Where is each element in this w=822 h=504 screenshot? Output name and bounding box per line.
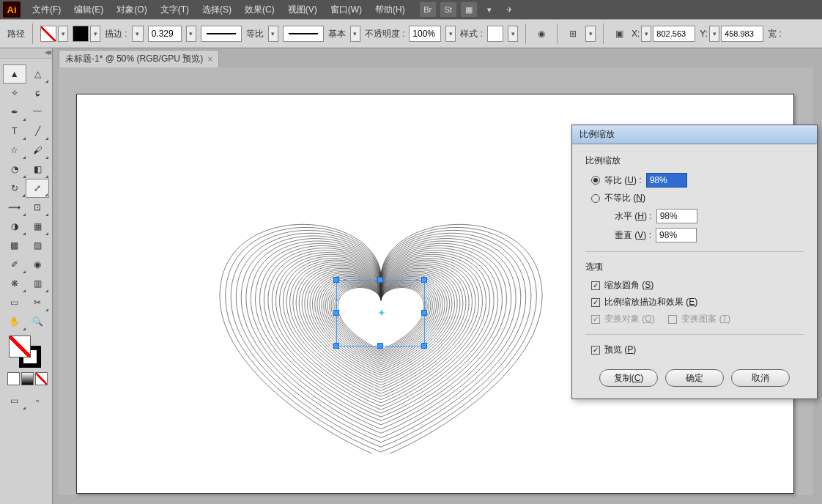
selection-handle[interactable]: [421, 277, 427, 283]
cancel-button[interactable]: 取消: [731, 369, 790, 387]
selection-handle[interactable]: [421, 343, 427, 349]
stroke-profile[interactable]: [201, 26, 242, 42]
paintbrush-tool[interactable]: 🖌: [26, 141, 50, 160]
artboard-tool[interactable]: ▭: [3, 293, 26, 312]
stroke-swatch[interactable]: [73, 26, 89, 42]
symbol-sprayer-tool[interactable]: ❋: [3, 274, 26, 293]
opacity-input[interactable]: 100%: [409, 26, 441, 42]
nonuniform-radio[interactable]: [591, 194, 600, 203]
slice-tool[interactable]: ✂: [26, 293, 50, 312]
color-mode-none[interactable]: [35, 372, 48, 385]
shaper-tool[interactable]: ◔: [3, 160, 26, 179]
menu-edit[interactable]: 编辑(E): [68, 1, 109, 18]
arrange-icon[interactable]: ▦: [461, 2, 477, 17]
transform-center-icon[interactable]: ✦: [377, 307, 386, 319]
style-swatch[interactable]: [487, 26, 503, 42]
screen-mode[interactable]: ▭: [3, 391, 26, 410]
document-tab[interactable]: 未标题-1* @ 50% (RGB/GPU 预览) ×: [59, 50, 219, 67]
selection-type-label: 路径: [7, 28, 25, 40]
menu-view[interactable]: 视图(V): [282, 1, 323, 18]
recolor-icon[interactable]: ◉: [533, 26, 549, 42]
fill-stroke-control[interactable]: [9, 336, 42, 369]
lasso-tool[interactable]: ɕ: [26, 84, 50, 103]
hand-tool[interactable]: ✋: [3, 312, 26, 331]
direct-selection-tool[interactable]: △: [26, 64, 49, 84]
fill-color[interactable]: [9, 336, 31, 357]
brush-def[interactable]: [283, 26, 324, 42]
fill-dropdown[interactable]: [58, 26, 68, 42]
menu-help[interactable]: 帮助(H): [369, 1, 411, 18]
brush-dropdown[interactable]: [350, 26, 360, 42]
shape-builder-tool[interactable]: ◑: [3, 217, 26, 236]
mesh-tool[interactable]: ▩: [3, 236, 26, 255]
align-icon[interactable]: ⊞: [565, 26, 581, 42]
transform-icon[interactable]: ▣: [611, 26, 627, 42]
scale-corners-checkbox[interactable]: [591, 281, 600, 290]
selection-handle[interactable]: [377, 277, 383, 283]
selection-handle[interactable]: [421, 310, 427, 316]
rocket-icon[interactable]: ✈: [502, 2, 518, 17]
curvature-tool[interactable]: 〰: [26, 103, 50, 122]
transform-objects-checkbox: [591, 315, 600, 324]
close-tab-icon[interactable]: ×: [207, 54, 212, 64]
perspective-tool[interactable]: ▦: [26, 217, 50, 236]
color-mode-gradient[interactable]: [21, 372, 34, 385]
vertical-label: 垂直 (V) :: [615, 229, 651, 242]
eyedropper-tool[interactable]: ✐: [3, 255, 26, 274]
change-screen[interactable]: ▫: [26, 391, 50, 410]
menu-effect[interactable]: 效果(C): [239, 1, 281, 18]
blend-tool[interactable]: ◉: [26, 255, 50, 274]
copy-button[interactable]: 复制 (C): [599, 369, 658, 387]
scale-tool[interactable]: ⤢: [26, 179, 49, 198]
uniform-value-input[interactable]: 98%: [646, 173, 687, 188]
width-tool[interactable]: ⟿: [3, 198, 26, 217]
scale-strokes-checkbox[interactable]: [591, 298, 600, 307]
menu-window[interactable]: 窗口(W): [325, 1, 368, 18]
stock-icon[interactable]: St: [440, 2, 456, 17]
menu-type[interactable]: 文字(T): [155, 1, 195, 18]
y-input[interactable]: 458.983: [721, 26, 763, 42]
y-stepper[interactable]: [709, 26, 719, 42]
style-dropdown[interactable]: [508, 26, 518, 42]
profile-dropdown[interactable]: [268, 26, 278, 42]
pen-tool[interactable]: ✒: [3, 103, 26, 122]
eraser-tool[interactable]: ◧: [26, 160, 50, 179]
rectangle-tool[interactable]: ☆: [3, 141, 26, 160]
uniform-radio[interactable]: [591, 176, 600, 185]
stroke-stepper[interactable]: [132, 26, 144, 42]
free-transform-tool[interactable]: ⊡: [26, 198, 50, 217]
rotate-tool[interactable]: ↻: [3, 179, 26, 198]
menu-select[interactable]: 选择(S): [196, 1, 237, 18]
selection-handle[interactable]: [333, 277, 339, 283]
color-mode-solid[interactable]: [7, 372, 20, 385]
line-tool[interactable]: ╱: [26, 122, 50, 141]
stroke-weight-dropdown[interactable]: [186, 26, 196, 42]
x-input[interactable]: 802.563: [653, 26, 695, 42]
preview-checkbox[interactable]: [591, 346, 600, 355]
selection-handle[interactable]: [333, 310, 339, 316]
graph-tool[interactable]: ▥: [26, 274, 50, 293]
selection-handle[interactable]: [377, 343, 383, 349]
menu-object[interactable]: 对象(O): [111, 1, 152, 18]
stroke-dropdown[interactable]: [90, 26, 100, 42]
horizontal-input[interactable]: 98%: [656, 209, 697, 223]
fill-swatch[interactable]: [40, 26, 56, 42]
vertical-input[interactable]: 98%: [656, 228, 697, 242]
style-label: 样式 :: [460, 28, 483, 40]
dialog-title-bar[interactable]: 比例缩放: [572, 125, 817, 144]
opacity-dropdown[interactable]: [445, 26, 456, 42]
zoom-tool[interactable]: 🔍: [26, 312, 50, 331]
ok-button[interactable]: 确定: [665, 369, 724, 387]
type-tool[interactable]: T: [3, 122, 26, 141]
tool-panel-collapse[interactable]: [0, 48, 52, 59]
magic-wand-tool[interactable]: ✧: [3, 84, 26, 103]
chevron-down-icon[interactable]: ▾: [481, 2, 497, 17]
menu-file[interactable]: 文件(F): [26, 1, 67, 18]
x-stepper[interactable]: [641, 26, 651, 42]
align-dropdown[interactable]: [585, 26, 596, 42]
bridge-icon[interactable]: Br: [420, 2, 436, 17]
gradient-tool[interactable]: ▨: [26, 236, 50, 255]
stroke-weight-input[interactable]: 0.329: [148, 26, 182, 42]
selection-handle[interactable]: [333, 343, 339, 349]
selection-tool[interactable]: ▲: [3, 64, 26, 84]
